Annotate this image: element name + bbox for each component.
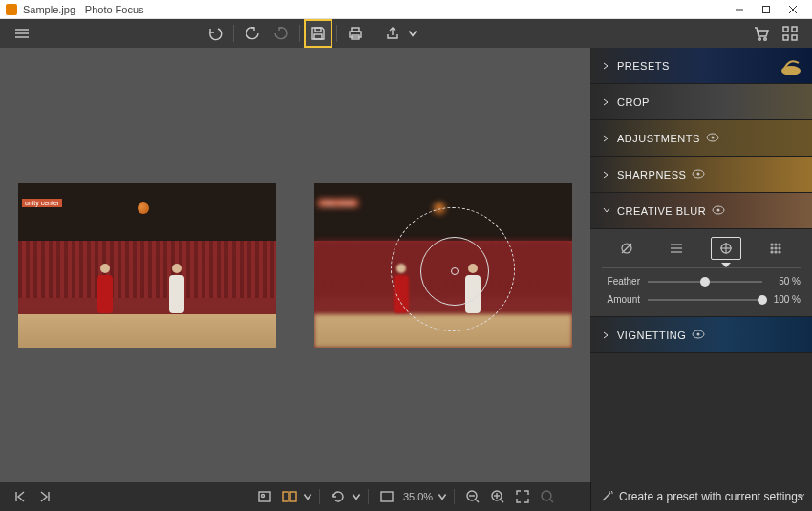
visibility-toggle-icon[interactable] [712, 205, 725, 217]
wand-icon [600, 490, 613, 503]
fit-screen-button[interactable] [374, 484, 399, 509]
chevron-right-icon [602, 171, 611, 179]
prev-image-button[interactable] [8, 484, 32, 509]
feather-label: Feather [602, 276, 648, 287]
blur-mode-radial[interactable] [711, 237, 741, 260]
svg-point-12 [759, 38, 761, 41]
slider-thumb[interactable] [700, 277, 710, 287]
amount-slider-row: Amount 100 % [602, 294, 801, 305]
cart-button[interactable] [747, 19, 776, 48]
svg-point-39 [771, 251, 773, 253]
zoom-in-button[interactable] [485, 484, 510, 509]
panel-label: SHARPNESS [617, 169, 686, 181]
separator [368, 489, 369, 504]
zoom-region-button[interactable] [535, 484, 560, 509]
window-title: Sample.jpg - Photo Focus [23, 4, 144, 15]
svg-point-41 [779, 251, 780, 253]
svg-point-22 [697, 172, 700, 175]
amount-slider[interactable] [648, 299, 762, 301]
grid-view-button[interactable] [776, 19, 804, 48]
blur-mode-grid[interactable] [760, 237, 791, 260]
create-preset-button[interactable]: Create a preset with current settings [590, 482, 812, 511]
amount-value: 100 % [762, 294, 801, 305]
svg-point-33 [771, 244, 773, 245]
svg-rect-15 [792, 27, 797, 32]
svg-point-35 [779, 244, 780, 245]
panel-vignetting[interactable]: VIGNETTING [590, 317, 812, 353]
svg-line-65 [611, 491, 612, 492]
compare-dropdown-icon[interactable] [302, 484, 313, 509]
panel-creative-blur[interactable]: CREATIVE BLUR [590, 193, 812, 229]
share-button[interactable] [378, 19, 407, 48]
window-close-button[interactable] [780, 0, 806, 19]
slider-thumb[interactable] [758, 295, 767, 305]
window-minimize-button[interactable] [726, 0, 753, 19]
svg-point-43 [697, 332, 700, 335]
before-image[interactable]: unity center [18, 183, 276, 348]
panel-presets[interactable]: PRESETS [590, 48, 812, 84]
print-button[interactable] [341, 19, 370, 48]
svg-line-52 [476, 500, 479, 502]
panel-adjustments[interactable]: ADJUSTMENTS [590, 120, 812, 157]
rotate-button[interactable] [326, 484, 351, 509]
separator [454, 489, 455, 504]
undo-step-button[interactable] [238, 19, 267, 48]
chevron-right-icon [602, 98, 611, 106]
app-icon [6, 4, 17, 15]
after-image[interactable]: unity center [314, 183, 572, 348]
panel-sharpness[interactable]: SHARPNESS [590, 157, 812, 193]
blur-mode-linear[interactable] [661, 237, 692, 260]
visibility-toggle-icon[interactable] [692, 330, 705, 341]
chevron-right-icon [602, 331, 611, 339]
image-banner: unity center [318, 199, 358, 207]
svg-point-34 [775, 244, 777, 245]
amount-label: Amount [602, 294, 648, 305]
svg-point-36 [771, 247, 773, 249]
svg-rect-7 [315, 28, 321, 32]
single-view-button[interactable] [252, 484, 277, 509]
svg-point-40 [775, 251, 777, 253]
undo-button[interactable] [201, 19, 229, 48]
svg-rect-17 [792, 35, 797, 40]
menu-button[interactable] [8, 19, 36, 48]
share-dropdown-icon[interactable] [407, 19, 418, 48]
zoom-actual-button[interactable] [510, 484, 535, 509]
rotate-dropdown-icon[interactable] [351, 484, 362, 509]
separator [374, 25, 374, 42]
separator [233, 25, 234, 42]
chevron-down-icon [603, 206, 610, 216]
svg-rect-49 [290, 492, 296, 501]
zoom-value[interactable]: 35.0% [399, 491, 437, 502]
svg-point-13 [764, 38, 767, 41]
svg-rect-48 [283, 492, 288, 501]
panel-label: ADJUSTMENTS [617, 133, 700, 144]
svg-rect-50 [381, 492, 393, 501]
feather-slider-row: Feather 50 % [602, 276, 801, 287]
separator [299, 25, 300, 42]
redo-step-button[interactable] [267, 19, 295, 48]
feather-slider[interactable] [648, 281, 762, 283]
panel-crop[interactable]: CROP [590, 84, 812, 120]
create-preset-label: Create a preset with current settings [619, 490, 803, 503]
svg-rect-46 [259, 492, 270, 501]
svg-point-58 [542, 491, 551, 500]
zoom-dropdown-icon[interactable] [437, 484, 448, 509]
panel-label: CROP [617, 96, 650, 108]
visibility-toggle-icon[interactable] [692, 169, 705, 181]
chevron-down-icon[interactable] [797, 490, 806, 503]
next-image-button[interactable] [32, 484, 57, 509]
side-panel: PRESETS CROP ADJUSTMENTS SHARPNESS [590, 48, 812, 482]
svg-rect-14 [783, 27, 788, 32]
panel-label: CREATIVE BLUR [617, 205, 706, 217]
svg-line-59 [550, 500, 553, 502]
feather-value: 50 % [762, 276, 801, 287]
svg-rect-8 [314, 34, 322, 39]
separator [319, 489, 320, 504]
blur-mode-none[interactable] [611, 237, 642, 260]
zoom-out-button[interactable] [460, 484, 485, 509]
svg-line-62 [603, 493, 610, 500]
save-button[interactable] [304, 19, 332, 48]
visibility-toggle-icon[interactable] [706, 133, 719, 144]
window-maximize-button[interactable] [753, 0, 780, 19]
compare-view-button[interactable] [277, 484, 302, 509]
